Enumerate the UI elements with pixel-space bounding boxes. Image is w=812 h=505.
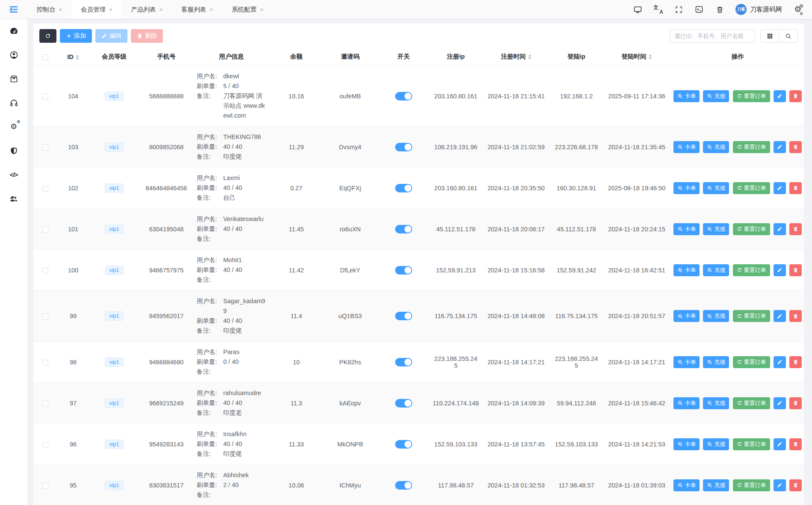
card-order-button[interactable]: 卡单 — [673, 310, 700, 322]
sidebar-item-settings[interactable]: ⚙⚙ — [0, 115, 27, 139]
level-tag[interactable]: vip1 — [105, 311, 124, 321]
row-checkbox[interactable] — [42, 401, 48, 407]
sidebar-item-users[interactable] — [0, 186, 27, 210]
collapse-menu-icon[interactable] — [0, 0, 27, 19]
level-tag[interactable]: vip1 — [105, 142, 124, 152]
recharge-button[interactable]: 充值 — [703, 223, 729, 235]
delete-button[interactable] — [789, 356, 802, 368]
delete-button[interactable] — [789, 310, 802, 322]
close-icon[interactable]: × — [109, 6, 112, 13]
edit-button[interactable] — [774, 182, 786, 194]
row-checkbox[interactable] — [42, 268, 48, 274]
reset-order-button[interactable]: 重置订单 — [733, 438, 770, 450]
level-tag[interactable]: vip1 — [105, 224, 124, 234]
sidebar-item-security[interactable] — [0, 139, 27, 162]
row-checkbox[interactable] — [42, 360, 48, 366]
status-toggle[interactable] — [395, 312, 412, 320]
translate-icon[interactable]: 文 A — [653, 5, 663, 14]
edit-button[interactable] — [774, 356, 786, 368]
card-order-button[interactable]: 卡单 — [673, 397, 700, 409]
recharge-button[interactable]: 充值 — [703, 264, 729, 276]
card-order-button[interactable]: 卡单 — [673, 141, 700, 153]
delete-button[interactable] — [789, 141, 802, 153]
edit-button[interactable] — [774, 397, 786, 409]
reset-order-button[interactable]: 重置订单 — [733, 310, 770, 322]
recharge-button[interactable]: 充值 — [703, 438, 729, 450]
status-toggle[interactable] — [395, 225, 412, 233]
card-order-button[interactable]: 卡单 — [673, 223, 700, 235]
edit-button[interactable] — [774, 310, 786, 322]
edit-button[interactable] — [774, 479, 786, 491]
tab-support[interactable]: 客服列表 × — [172, 0, 222, 19]
delete-button[interactable] — [789, 90, 802, 102]
level-tag[interactable]: vip1 — [105, 92, 124, 101]
level-tag[interactable]: vip1 — [105, 183, 124, 193]
header-login-time[interactable]: 登陆时间 — [602, 48, 671, 66]
reset-order-button[interactable]: 重置订单 — [733, 90, 770, 102]
sort-icon[interactable] — [528, 54, 531, 59]
level-tag[interactable]: vip1 — [105, 481, 124, 490]
status-toggle[interactable] — [395, 266, 412, 275]
header-reg-time[interactable]: 注册时间 — [481, 48, 551, 66]
sort-icon[interactable] — [76, 55, 79, 60]
recharge-button[interactable]: 充值 — [703, 90, 729, 102]
tab-settings[interactable]: 系统配置 × — [222, 0, 273, 19]
close-icon[interactable]: × — [159, 6, 163, 13]
edit-button-toolbar[interactable]: 编辑 — [95, 29, 127, 43]
row-checkbox[interactable] — [42, 94, 48, 100]
status-toggle[interactable] — [395, 440, 412, 449]
close-icon[interactable]: × — [260, 6, 263, 13]
card-order-button[interactable]: 卡单 — [673, 90, 700, 102]
row-checkbox[interactable] — [42, 313, 48, 319]
refresh-button[interactable] — [39, 29, 56, 43]
status-toggle[interactable] — [395, 481, 412, 490]
status-toggle[interactable] — [395, 358, 412, 366]
delete-button[interactable] — [789, 397, 802, 409]
trash-icon[interactable] — [715, 5, 724, 14]
status-toggle[interactable] — [395, 184, 412, 192]
sort-icon[interactable] — [649, 54, 652, 59]
card-order-button[interactable]: 卡单 — [673, 182, 700, 194]
reset-order-button[interactable]: 重置订单 — [733, 356, 770, 368]
sidebar-item-members[interactable] — [0, 43, 27, 67]
recharge-button[interactable]: 充值 — [703, 182, 729, 194]
card-order-button[interactable]: 卡单 — [673, 356, 700, 368]
status-toggle[interactable] — [395, 92, 412, 100]
recharge-button[interactable]: 充值 — [703, 397, 729, 409]
row-checkbox[interactable] — [42, 186, 48, 192]
sidebar-item-code[interactable]: </> — [0, 162, 27, 186]
delete-button[interactable] — [789, 264, 802, 276]
select-all-checkbox[interactable] — [42, 54, 48, 60]
sidebar-item-dashboard[interactable] — [0, 19, 27, 43]
recharge-button[interactable]: 充值 — [703, 479, 729, 491]
edit-button[interactable] — [774, 223, 786, 235]
level-tag[interactable]: vip1 — [105, 266, 124, 275]
delete-button[interactable] — [789, 438, 802, 450]
sidebar-item-products[interactable] — [0, 67, 27, 91]
row-checkbox[interactable] — [42, 145, 48, 151]
reset-order-button[interactable]: 重置订单 — [733, 223, 770, 235]
tab-console[interactable]: 控制台 × — [27, 0, 71, 19]
delete-button[interactable] — [789, 223, 802, 235]
reset-order-button[interactable]: 重置订单 — [733, 141, 770, 153]
row-checkbox[interactable] — [42, 483, 48, 489]
columns-toggle-button[interactable] — [760, 29, 779, 43]
close-icon[interactable]: × — [210, 6, 213, 13]
delete-button-toolbar[interactable]: 删除 — [131, 29, 163, 43]
row-checkbox[interactable] — [42, 227, 48, 233]
terminal-icon[interactable] — [694, 5, 704, 14]
recharge-button[interactable]: 充值 — [703, 356, 729, 368]
status-toggle[interactable] — [395, 399, 412, 408]
monitor-icon[interactable] — [633, 5, 642, 14]
card-order-button[interactable]: 卡单 — [673, 479, 700, 491]
recharge-button[interactable]: 充值 — [703, 141, 729, 153]
recharge-button[interactable]: 充值 — [703, 310, 729, 322]
search-input[interactable] — [670, 29, 755, 43]
reset-order-button[interactable]: 重置订单 — [733, 397, 770, 409]
header-id[interactable]: ID — [57, 48, 89, 66]
delete-button[interactable] — [789, 182, 802, 194]
brand[interactable]: 刀客 刀客源码网 — [735, 4, 782, 15]
reset-order-button[interactable]: 重置订单 — [733, 264, 770, 276]
sidebar-item-support[interactable] — [0, 91, 27, 115]
level-tag[interactable]: vip1 — [105, 399, 124, 408]
